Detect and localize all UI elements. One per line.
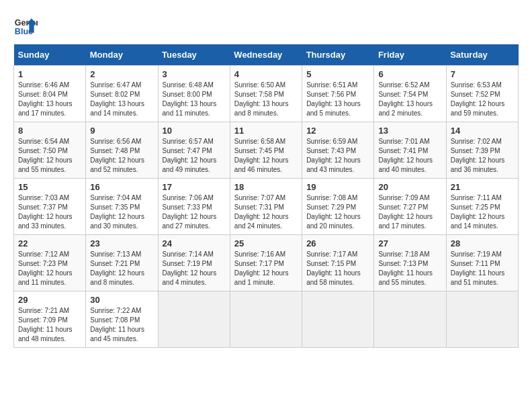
calendar-header-row: SundayMondayTuesdayWednesdayThursdayFrid… (14, 44, 519, 66)
day-cell: 25Sunrise: 7:16 AMSunset: 7:17 PMDayligh… (230, 235, 302, 291)
day-info: Sunrise: 7:18 AMSunset: 7:13 PMDaylight:… (378, 250, 441, 287)
day-number: 15 (18, 182, 81, 192)
day-info: Sunrise: 7:14 AMSunset: 7:19 PMDaylight:… (163, 250, 226, 287)
day-of-week-header: Friday (374, 44, 446, 66)
day-info: Sunrise: 7:12 AMSunset: 7:23 PMDaylight:… (18, 250, 81, 287)
day-cell: 6Sunrise: 6:52 AMSunset: 7:54 PMDaylight… (374, 66, 446, 122)
day-cell: 14Sunrise: 7:02 AMSunset: 7:39 PMDayligh… (446, 122, 518, 179)
day-number: 21 (451, 182, 514, 192)
day-number: 20 (378, 182, 441, 192)
calendar-week-row: 8Sunrise: 6:54 AMSunset: 7:50 PMDaylight… (14, 122, 519, 179)
day-cell: 21Sunrise: 7:11 AMSunset: 7:25 PMDayligh… (446, 179, 518, 235)
day-cell: 24Sunrise: 7:14 AMSunset: 7:19 PMDayligh… (158, 235, 230, 291)
day-cell: 5Sunrise: 6:51 AMSunset: 7:56 PMDaylight… (302, 66, 374, 122)
day-cell: 27Sunrise: 7:18 AMSunset: 7:13 PMDayligh… (374, 235, 446, 291)
day-info: Sunrise: 6:56 AMSunset: 7:48 PMDaylight:… (90, 137, 153, 175)
day-number: 12 (306, 126, 369, 136)
calendar-week-row: 15Sunrise: 7:03 AMSunset: 7:37 PMDayligh… (14, 179, 519, 235)
day-cell: 20Sunrise: 7:09 AMSunset: 7:27 PMDayligh… (374, 179, 446, 235)
day-cell: 29Sunrise: 7:21 AMSunset: 7:09 PMDayligh… (14, 291, 86, 348)
day-number: 30 (90, 295, 153, 305)
day-info: Sunrise: 7:08 AMSunset: 7:29 PMDaylight:… (306, 193, 369, 231)
day-cell: 23Sunrise: 7:13 AMSunset: 7:21 PMDayligh… (86, 235, 158, 291)
day-info: Sunrise: 7:19 AMSunset: 7:11 PMDaylight:… (451, 250, 514, 287)
day-info: Sunrise: 6:54 AMSunset: 7:50 PMDaylight:… (18, 137, 81, 175)
day-of-week-header: Saturday (446, 44, 518, 66)
day-cell: 28Sunrise: 7:19 AMSunset: 7:11 PMDayligh… (446, 235, 518, 291)
day-of-week-header: Sunday (14, 44, 86, 66)
day-number: 3 (163, 69, 226, 79)
day-cell: 11Sunrise: 6:58 AMSunset: 7:45 PMDayligh… (230, 122, 302, 179)
day-cell: 4Sunrise: 6:50 AMSunset: 7:58 PMDaylight… (230, 66, 302, 122)
day-number: 18 (234, 182, 298, 192)
day-number: 16 (90, 182, 153, 192)
day-info: Sunrise: 7:17 AMSunset: 7:15 PMDaylight:… (306, 250, 369, 287)
day-info: Sunrise: 6:47 AMSunset: 8:02 PMDaylight:… (90, 81, 153, 118)
day-cell: 13Sunrise: 7:01 AMSunset: 7:41 PMDayligh… (374, 122, 446, 179)
day-cell: 16Sunrise: 7:04 AMSunset: 7:35 PMDayligh… (86, 179, 158, 235)
day-number: 2 (90, 69, 153, 79)
empty-day-cell (446, 291, 518, 348)
day-info: Sunrise: 7:02 AMSunset: 7:39 PMDaylight:… (451, 137, 514, 175)
day-info: Sunrise: 6:46 AMSunset: 8:04 PMDaylight:… (18, 81, 81, 118)
day-of-week-header: Monday (86, 44, 158, 66)
day-cell: 2Sunrise: 6:47 AMSunset: 8:02 PMDaylight… (86, 66, 158, 122)
empty-day-cell (374, 291, 446, 348)
day-number: 4 (234, 69, 298, 79)
day-info: Sunrise: 6:57 AMSunset: 7:47 PMDaylight:… (163, 137, 226, 175)
day-cell: 8Sunrise: 6:54 AMSunset: 7:50 PMDaylight… (14, 122, 86, 179)
day-info: Sunrise: 6:53 AMSunset: 7:52 PMDaylight:… (451, 81, 514, 118)
day-info: Sunrise: 7:22 AMSunset: 7:08 PMDaylight:… (90, 306, 153, 344)
empty-day-cell (158, 291, 230, 348)
day-number: 26 (306, 238, 369, 248)
calendar-table: SundayMondayTuesdayWednesdayThursdayFrid… (13, 44, 519, 348)
day-info: Sunrise: 6:48 AMSunset: 8:00 PMDaylight:… (163, 81, 226, 118)
day-number: 13 (378, 126, 441, 136)
day-of-week-header: Tuesday (158, 44, 230, 66)
day-info: Sunrise: 7:04 AMSunset: 7:35 PMDaylight:… (90, 193, 153, 231)
day-cell: 17Sunrise: 7:06 AMSunset: 7:33 PMDayligh… (158, 179, 230, 235)
day-info: Sunrise: 6:51 AMSunset: 7:56 PMDaylight:… (306, 81, 369, 118)
day-number: 6 (378, 69, 441, 79)
day-info: Sunrise: 7:21 AMSunset: 7:09 PMDaylight:… (18, 306, 81, 344)
day-cell: 22Sunrise: 7:12 AMSunset: 7:23 PMDayligh… (14, 235, 86, 291)
calendar-week-row: 22Sunrise: 7:12 AMSunset: 7:23 PMDayligh… (14, 235, 519, 291)
day-info: Sunrise: 6:50 AMSunset: 7:58 PMDaylight:… (234, 81, 298, 118)
day-number: 25 (234, 238, 298, 248)
day-of-week-header: Wednesday (230, 44, 302, 66)
day-cell: 15Sunrise: 7:03 AMSunset: 7:37 PMDayligh… (14, 179, 86, 235)
calendar-week-row: 1Sunrise: 6:46 AMSunset: 8:04 PMDaylight… (14, 66, 519, 122)
empty-day-cell (230, 291, 302, 348)
day-info: Sunrise: 6:58 AMSunset: 7:45 PMDaylight:… (234, 137, 298, 175)
day-cell: 18Sunrise: 7:07 AMSunset: 7:31 PMDayligh… (230, 179, 302, 235)
day-cell: 19Sunrise: 7:08 AMSunset: 7:29 PMDayligh… (302, 179, 374, 235)
day-number: 24 (163, 238, 226, 248)
day-cell: 7Sunrise: 6:53 AMSunset: 7:52 PMDaylight… (446, 66, 518, 122)
day-info: Sunrise: 7:03 AMSunset: 7:37 PMDaylight:… (18, 193, 81, 231)
day-number: 29 (18, 295, 81, 305)
day-cell: 12Sunrise: 6:59 AMSunset: 7:43 PMDayligh… (302, 122, 374, 179)
day-number: 9 (90, 126, 153, 136)
day-number: 7 (451, 69, 514, 79)
day-number: 8 (18, 126, 81, 136)
day-of-week-header: Thursday (302, 44, 374, 66)
day-cell: 9Sunrise: 6:56 AMSunset: 7:48 PMDaylight… (86, 122, 158, 179)
logo-icon: General Blue (13, 13, 38, 38)
day-info: Sunrise: 7:16 AMSunset: 7:17 PMDaylight:… (234, 250, 298, 287)
day-cell: 1Sunrise: 6:46 AMSunset: 8:04 PMDaylight… (14, 66, 86, 122)
day-number: 17 (163, 182, 226, 192)
day-number: 19 (306, 182, 369, 192)
day-cell: 3Sunrise: 6:48 AMSunset: 8:00 PMDaylight… (158, 66, 230, 122)
day-cell: 26Sunrise: 7:17 AMSunset: 7:15 PMDayligh… (302, 235, 374, 291)
day-number: 5 (306, 69, 369, 79)
day-number: 10 (163, 126, 226, 136)
day-cell: 10Sunrise: 6:57 AMSunset: 7:47 PMDayligh… (158, 122, 230, 179)
page-header: General Blue (13, 13, 519, 38)
calendar-week-row: 29Sunrise: 7:21 AMSunset: 7:09 PMDayligh… (14, 291, 519, 348)
day-info: Sunrise: 6:59 AMSunset: 7:43 PMDaylight:… (306, 137, 369, 175)
day-number: 11 (234, 126, 298, 136)
day-number: 14 (451, 126, 514, 136)
day-cell: 30Sunrise: 7:22 AMSunset: 7:08 PMDayligh… (86, 291, 158, 348)
day-number: 22 (18, 238, 81, 248)
day-info: Sunrise: 7:11 AMSunset: 7:25 PMDaylight:… (451, 193, 514, 231)
